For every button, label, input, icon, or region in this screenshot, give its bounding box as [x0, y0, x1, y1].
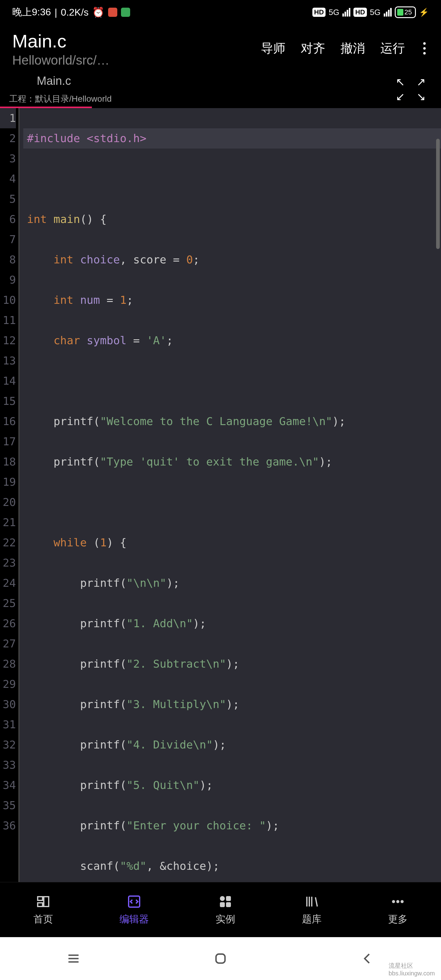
nav-editor[interactable]: 编辑器: [119, 894, 149, 926]
code-line: printf("Enter your choice: ");: [23, 816, 441, 836]
net-type-1: 5G: [329, 8, 339, 17]
code-line: printf("\n\n");: [23, 573, 441, 593]
tab-bar: Main.c 工程：默认目录/Helloworld ↖↗ ↙↘: [0, 71, 441, 108]
status-time: 晚上9:36: [12, 5, 51, 19]
code-line: [23, 169, 441, 189]
svg-point-10: [401, 900, 404, 903]
line-number: 33: [0, 755, 16, 775]
line-number: 31: [0, 714, 16, 735]
run-button[interactable]: 运行: [381, 40, 405, 57]
line-number: 17: [0, 431, 16, 452]
app-icon-green: [121, 8, 130, 17]
status-right: HD 5G HD 5G 25 ⚡: [312, 6, 429, 18]
system-recent-button[interactable]: [64, 950, 83, 968]
line-number: 29: [0, 674, 16, 694]
line-number: 7: [0, 229, 16, 250]
code-line: printf("4. Divide\n");: [23, 735, 441, 755]
fullscreen-button[interactable]: ↖↗ ↙↘: [396, 76, 429, 103]
svg-point-4: [220, 896, 225, 901]
line-number: 24: [0, 573, 16, 593]
line-number: 3: [0, 148, 16, 169]
system-home-button[interactable]: [211, 950, 230, 968]
signal-icon-1: [342, 8, 350, 16]
line-number: 5: [0, 189, 16, 209]
system-nav-bar: 流星社区 bbs.liuxingw.com: [0, 937, 441, 980]
guide-button[interactable]: 导师: [261, 40, 285, 57]
line-number: 26: [0, 613, 16, 634]
nav-home[interactable]: 首页: [33, 894, 53, 926]
code-line: [23, 492, 441, 512]
line-number: 23: [0, 553, 16, 573]
more-menu-button[interactable]: [420, 42, 429, 54]
nav-examples[interactable]: 实例: [216, 894, 235, 926]
line-number: 27: [0, 634, 16, 654]
code-line: scanf("%d", &choice);: [23, 856, 441, 876]
line-number-gutter: 1 2 3 4 5 6 7 8 9 10 11 12 13 14 15 16 1…: [0, 108, 18, 904]
line-number: 20: [0, 492, 16, 512]
code-line: int choice, score = 0;: [23, 250, 441, 270]
line-number: 2: [0, 128, 16, 148]
code-editor[interactable]: 1 2 3 4 5 6 7 8 9 10 11 12 13 14 15 16 1…: [0, 108, 441, 904]
line-number: 12: [0, 331, 16, 351]
bottom-nav: 首页 编辑器 实例 题库 更多: [0, 882, 441, 937]
line-number: 6: [0, 209, 16, 229]
charging-icon: ⚡: [419, 8, 429, 17]
line-number: 21: [0, 512, 16, 533]
svg-rect-2: [44, 897, 49, 907]
file-path: Helloworld/src/…: [12, 53, 261, 68]
line-number: 30: [0, 694, 16, 714]
code-line: int num = 1;: [23, 290, 441, 310]
line-number: 35: [0, 795, 16, 816]
status-speed: 0.2K/s: [61, 7, 89, 18]
books-icon: [304, 894, 320, 910]
grid-icon: [217, 894, 233, 910]
svg-rect-14: [216, 954, 225, 963]
scrollbar-thumb[interactable]: [436, 139, 440, 249]
svg-point-9: [396, 900, 400, 903]
file-tab[interactable]: Main.c: [37, 71, 71, 91]
system-back-button[interactable]: [358, 950, 377, 968]
svg-rect-5: [226, 896, 231, 901]
watermark: 流星社区 bbs.liuxingw.com: [388, 962, 435, 977]
nav-label: 首页: [33, 913, 53, 926]
code-line: printf("Type 'quit' to exit the game.\n"…: [23, 452, 441, 472]
code-line: char symbol = 'A';: [23, 331, 441, 351]
error-squiggle: [243, 583, 280, 584]
battery-percent: 25: [404, 8, 412, 16]
more-icon: [390, 894, 406, 910]
nav-label: 实例: [216, 913, 235, 926]
code-line: printf("2. Subtract\n");: [23, 654, 441, 674]
status-left: 晚上9:36 | 0.2K/s ⏰: [12, 5, 130, 19]
line-number: 34: [0, 775, 16, 795]
code-line: while (1) {: [23, 533, 441, 553]
line-number: 28: [0, 654, 16, 674]
code-line: int main() {: [23, 209, 441, 229]
app-icon-red: [108, 8, 117, 17]
line-number: 8: [0, 250, 16, 270]
line-number: 1: [0, 108, 16, 128]
line-number: 13: [0, 351, 16, 371]
hd-badge-2: HD: [353, 8, 367, 17]
line-number: 19: [0, 472, 16, 492]
line-number: 14: [0, 371, 16, 391]
status-sep: |: [54, 7, 57, 18]
header-actions: 导师 对齐 撤消 运行: [261, 30, 429, 57]
editor-icon: [126, 894, 142, 910]
nav-more[interactable]: 更多: [388, 894, 408, 926]
line-number: 25: [0, 593, 16, 613]
net-type-2: 5G: [370, 8, 381, 17]
code-area[interactable]: #include <stdio.h> int main() { int choi…: [20, 108, 441, 904]
line-number: 9: [0, 270, 16, 290]
nav-label: 更多: [388, 913, 408, 926]
line-number: 4: [0, 169, 16, 189]
undo-button[interactable]: 撤消: [341, 40, 365, 57]
nav-problems[interactable]: 题库: [302, 894, 322, 926]
svg-rect-7: [226, 902, 231, 907]
align-button[interactable]: 对齐: [301, 40, 325, 57]
line-number: 32: [0, 735, 16, 755]
home-icon: [35, 894, 51, 910]
status-bar: 晚上9:36 | 0.2K/s ⏰ HD 5G HD 5G 25 ⚡: [0, 0, 441, 24]
hd-badge-1: HD: [312, 8, 326, 17]
svg-rect-0: [38, 897, 43, 900]
line-number: 36: [0, 816, 16, 836]
